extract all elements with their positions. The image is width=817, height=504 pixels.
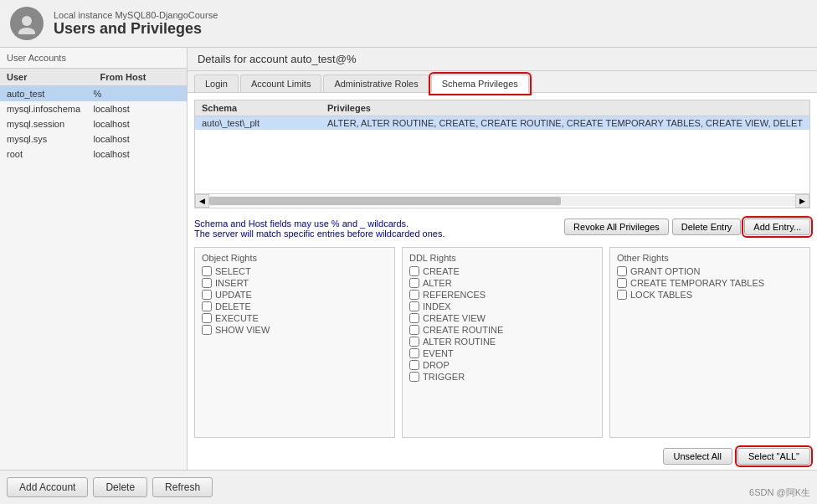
perm-label: CREATE <box>423 266 460 276</box>
scroll-thumb <box>209 197 561 205</box>
perm-item: LOCK TABLES <box>617 290 803 300</box>
account-row[interactable]: mysql.infoschemalocalhost <box>0 101 187 116</box>
delete-entry-button[interactable]: Delete Entry <box>672 219 742 235</box>
account-row[interactable]: auto_test% <box>0 86 187 101</box>
perm-checkbox[interactable] <box>202 266 212 276</box>
svg-point-0 <box>22 16 32 26</box>
perm-item: INDEX <box>409 301 595 311</box>
bottom-bar: Add Account Delete Refresh 6SDN @阿K生 <box>0 470 817 504</box>
schema-row[interactable]: auto\_test\_plt ALTER, ALTER ROUTINE, CR… <box>195 116 809 130</box>
tabs: Login Account Limits Administrative Role… <box>188 71 817 93</box>
account-host: % <box>93 88 179 100</box>
object-rights-title: Object Rights <box>202 253 388 263</box>
left-panel: User Accounts User From Host auto_test%m… <box>0 48 188 470</box>
ddl-rights-group: DDL Rights CREATEALTERREFERENCESINDEXCRE… <box>402 247 603 438</box>
perm-item: CREATE VIEW <box>409 313 595 323</box>
account-row[interactable]: mysql.syslocalhost <box>0 131 187 147</box>
perm-checkbox[interactable] <box>409 360 419 370</box>
account-user: auto_test <box>7 88 93 100</box>
perm-checkbox[interactable] <box>617 278 627 288</box>
unselect-all-button[interactable]: Unselect All <box>663 448 732 465</box>
perm-checkbox[interactable] <box>409 372 419 382</box>
tab-login[interactable]: Login <box>194 75 239 92</box>
select-all-button[interactable]: Select "ALL" <box>737 448 810 465</box>
perm-checkbox[interactable] <box>409 325 419 335</box>
perm-item: TRIGGER <box>409 372 595 382</box>
col-user-header: User <box>0 69 93 85</box>
perm-checkbox[interactable] <box>202 313 212 323</box>
perm-item: EXECUTE <box>202 313 388 323</box>
account-user: mysql.session <box>7 118 93 130</box>
account-rows: auto_test%mysql.infoschemalocalhostmysql… <box>0 86 187 162</box>
perm-item: ALTER <box>409 278 595 288</box>
info-line2: The server will match specific entries b… <box>194 229 445 239</box>
scroll-right-arrow[interactable]: ▶ <box>795 194 809 208</box>
perm-checkbox[interactable] <box>409 278 419 288</box>
perm-checkbox[interactable] <box>202 278 212 288</box>
right-header: Details for account auto_test@% <box>188 48 817 71</box>
page-title: Users and Privileges <box>54 20 218 38</box>
perm-item: DELETE <box>202 301 388 311</box>
account-host: localhost <box>93 133 179 145</box>
horizontal-scrollbar[interactable]: ◀ ▶ <box>195 193 809 208</box>
account-host: localhost <box>93 103 179 115</box>
header-text: Local instance MySQL80-DjangoCourse User… <box>54 10 218 38</box>
ddl-rights-items: CREATEALTERREFERENCESINDEXCREATE VIEWCRE… <box>409 266 595 382</box>
perm-label: SHOW VIEW <box>215 325 270 335</box>
perm-label: GRANT OPTION <box>630 266 701 276</box>
user-accounts-title: User Accounts <box>0 48 187 69</box>
perm-label: REFERENCES <box>423 290 486 300</box>
perm-label: INSERT <box>215 278 249 288</box>
add-entry-button[interactable]: Add Entry... <box>744 219 810 235</box>
perm-checkbox[interactable] <box>617 290 627 300</box>
scroll-track <box>209 196 795 206</box>
add-account-button[interactable]: Add Account <box>7 477 88 497</box>
accounts-header: User From Host <box>0 69 187 86</box>
account-host: localhost <box>93 148 179 160</box>
perm-label: CREATE VIEW <box>423 313 486 323</box>
refresh-button[interactable]: Refresh <box>152 477 213 497</box>
object-rights-items: SELECTINSERTUPDATEDELETEEXECUTESHOW VIEW <box>202 266 388 335</box>
account-row[interactable]: mysql.sessionlocalhost <box>0 116 187 131</box>
info-row: Schema and Host fields may use % and _ w… <box>188 215 817 242</box>
account-host: localhost <box>93 118 179 130</box>
perm-label: EVENT <box>423 348 454 358</box>
tab-schema-privileges[interactable]: Schema Privileges <box>431 75 529 93</box>
perm-checkbox[interactable] <box>409 337 419 347</box>
delete-button[interactable]: Delete <box>93 477 147 497</box>
perm-item: UPDATE <box>202 290 388 300</box>
perm-item: SHOW VIEW <box>202 325 388 335</box>
info-text: Schema and Host fields may use % and _ w… <box>194 219 445 239</box>
perm-checkbox[interactable] <box>409 290 419 300</box>
perm-item: INSERT <box>202 278 388 288</box>
perm-checkbox[interactable] <box>617 266 627 276</box>
perm-checkbox[interactable] <box>409 266 419 276</box>
perm-checkbox[interactable] <box>202 325 212 335</box>
tab-account-limits[interactable]: Account Limits <box>240 75 322 92</box>
perm-checkbox[interactable] <box>409 348 419 358</box>
perm-label: LOCK TABLES <box>630 290 692 300</box>
tab-admin-roles[interactable]: Administrative Roles <box>323 75 429 92</box>
other-rights-title: Other Rights <box>617 253 803 263</box>
revoke-all-button[interactable]: Revoke All Privileges <box>564 219 669 235</box>
perm-label: CREATE TEMPORARY TABLES <box>630 278 764 288</box>
object-rights-group: Object Rights SELECTINSERTUPDATEDELETEEX… <box>194 247 395 438</box>
col-host-header: From Host <box>93 69 186 85</box>
select-all-row: Unselect All Select "ALL" <box>188 443 817 470</box>
perm-checkbox[interactable] <box>409 313 419 323</box>
account-row[interactable]: rootlocalhost <box>0 147 187 162</box>
accounts-table: User From Host auto_test%mysql.infoschem… <box>0 69 187 470</box>
account-user: root <box>7 148 93 160</box>
perm-item: GRANT OPTION <box>617 266 803 276</box>
scroll-left-arrow[interactable]: ◀ <box>195 194 209 208</box>
perm-checkbox[interactable] <box>409 301 419 311</box>
schema-col-header: Schema <box>195 100 321 116</box>
perm-item: SELECT <box>202 266 388 276</box>
header: Local instance MySQL80-DjangoCourse User… <box>0 0 817 48</box>
perm-label: SELECT <box>215 266 251 276</box>
perm-checkbox[interactable] <box>202 290 212 300</box>
perm-label: CREATE ROUTINE <box>423 325 503 335</box>
perm-checkbox[interactable] <box>202 301 212 311</box>
tab-content: Schema Privileges auto\_test\_plt ALTER,… <box>188 93 817 470</box>
action-buttons: Revoke All Privileges Delete Entry Add E… <box>564 219 810 235</box>
